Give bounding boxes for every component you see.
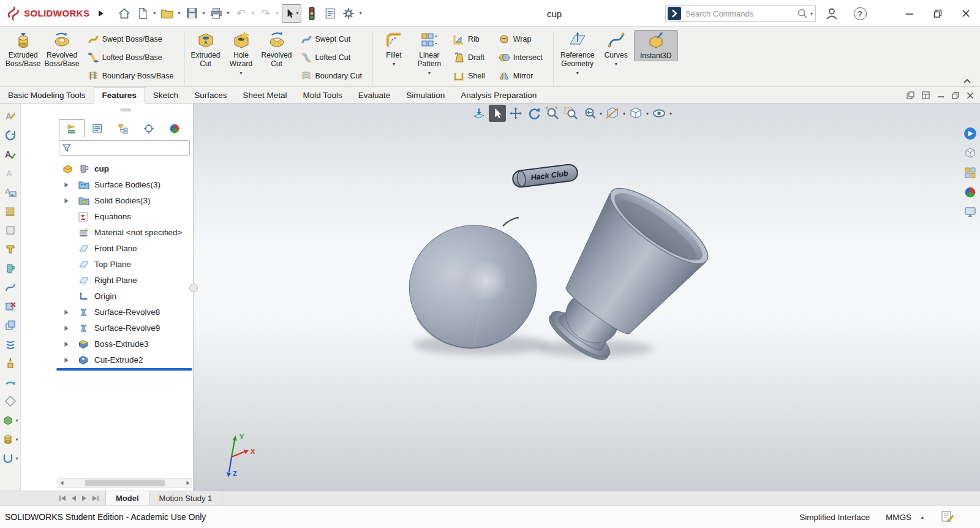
layers-icon[interactable] [3, 205, 18, 218]
intersect-button[interactable]: Intersect [496, 48, 545, 67]
redo-button[interactable]: ↷ [257, 5, 273, 22]
curve-tool-caret-icon[interactable]: ▾ [15, 456, 18, 461]
spline-tool-icon[interactable] [3, 281, 18, 294]
zoom-to-fit-button[interactable] [544, 105, 561, 122]
tree-item-right-plane[interactable]: Right Plane [21, 273, 194, 289]
reference-geometry-button[interactable]: Reference Geometry ▾ [557, 30, 598, 77]
display-style-button[interactable] [627, 105, 644, 122]
tab-simulation[interactable]: Simulation [398, 87, 453, 104]
text-tool-icon[interactable]: A [3, 167, 18, 180]
cylinder-tool-icon[interactable] [1, 432, 15, 446]
tab-sheet-metal[interactable]: Sheet Metal [235, 87, 295, 104]
undo-caret-icon[interactable]: ▾ [251, 10, 254, 16]
graphics-viewport[interactable]: Hack Club Y X Z [194, 104, 980, 491]
select-tool-caret-icon[interactable]: ▾ [296, 10, 298, 16]
play-presentation-icon[interactable] [963, 127, 977, 140]
move-body-icon[interactable] [3, 319, 18, 332]
last-frame-icon[interactable] [91, 495, 99, 502]
instant3d-button[interactable]: Instant3D [634, 30, 678, 61]
forming-tool-icon[interactable] [3, 243, 18, 256]
open-button[interactable] [159, 5, 175, 22]
rotate-view-button[interactable] [526, 105, 543, 122]
minimize-doc-icon[interactable] [937, 92, 944, 99]
dimxpert-manager-tab[interactable] [136, 119, 162, 138]
previous-view-caret-icon[interactable]: ▾ [600, 111, 602, 116]
open-caret-icon[interactable]: ▾ [178, 10, 180, 16]
hide-show-caret-icon[interactable]: ▾ [669, 111, 672, 116]
account-button[interactable] [823, 5, 840, 22]
hack-club-pill[interactable]: Hack Club [512, 164, 579, 188]
print-button[interactable] [208, 5, 224, 22]
select-tool-button[interactable]: ▾ [282, 4, 301, 23]
curves-caret-icon[interactable]: ▾ [615, 61, 617, 67]
display-style-caret-icon[interactable]: ▾ [646, 111, 649, 116]
view-layout-icon[interactable] [963, 166, 977, 179]
curves-button[interactable]: Curves ▾ [598, 30, 634, 67]
section-view-button[interactable] [604, 105, 621, 122]
tree-item-top-plane[interactable]: Top Plane [21, 257, 194, 273]
revolve-tool-icon[interactable] [3, 129, 18, 142]
expand-arrow-icon[interactable] [64, 341, 69, 347]
previous-view-button[interactable] [581, 105, 598, 122]
expand-arrow-icon[interactable] [64, 309, 69, 315]
mirror-button[interactable]: Mirror [496, 67, 545, 85]
scroll-right-icon[interactable] [186, 480, 190, 486]
fillet-caret-icon[interactable]: ▾ [393, 61, 395, 67]
curve-tool-icon[interactable] [1, 451, 15, 465]
plane-tool-icon[interactable] [3, 394, 18, 408]
tree-root-part[interactable]: cup [21, 161, 194, 177]
tree-item-equations[interactable]: Σ Equations [21, 209, 194, 225]
new-document-button[interactable] [135, 5, 151, 22]
swept-cut-button[interactable]: Swept Cut [298, 30, 364, 48]
save-button[interactable] [184, 5, 200, 22]
print-caret-icon[interactable]: ▾ [227, 10, 229, 16]
rib-button[interactable]: Rib [451, 30, 488, 48]
view-cube-icon[interactable] [963, 146, 977, 160]
scroll-left-icon[interactable] [59, 480, 64, 486]
spellcheck-icon[interactable]: A [3, 148, 18, 161]
draft-button[interactable]: Draft [451, 48, 488, 67]
status-edit-sheet-icon[interactable] [941, 510, 954, 523]
simplified-interface-label[interactable]: Simplified Interface [799, 506, 870, 528]
boundary-cut-button[interactable]: Boundary Cut [298, 67, 364, 85]
tree-item-cut-extrude2[interactable]: Cut-Extrude2 [21, 352, 194, 368]
extruded-cut-button[interactable]: Extruded Cut [188, 30, 224, 69]
zoom-to-area-button[interactable] [562, 105, 579, 122]
tree-item-boss-extrude3[interactable]: Boss-Extrude3 [21, 336, 194, 352]
tab-basic-modeling-tools[interactable]: Basic Modeling Tools [0, 87, 94, 104]
tree-item-origin[interactable]: Origin [21, 289, 194, 304]
cylinder-tool-caret-icon[interactable]: ▾ [15, 437, 18, 442]
redo-caret-icon[interactable]: ▾ [276, 10, 278, 16]
expand-arrow-icon[interactable] [64, 357, 69, 363]
collapse-ribbon-icon[interactable] [963, 78, 971, 84]
first-frame-icon[interactable] [59, 495, 67, 502]
model-tab[interactable]: Model [105, 491, 149, 505]
lofted-cut-button[interactable]: Lofted Cut [298, 48, 364, 67]
menu-flyout-arrow-icon[interactable] [98, 10, 104, 17]
performance-traffic-light-icon[interactable] [304, 5, 320, 22]
surface-arrow-icon[interactable] [3, 375, 18, 389]
tree-item-surface-revolve8[interactable]: Surface-Revolve8 [21, 304, 194, 320]
extruded-boss-button[interactable]: Extruded Boss/Base [4, 30, 42, 69]
file-properties-button[interactable] [322, 5, 338, 22]
tab-mold-tools[interactable]: Mold Tools [295, 87, 350, 104]
options-caret-icon[interactable]: ▾ [359, 10, 361, 16]
search-caret-icon[interactable]: ▾ [810, 11, 813, 17]
options-gear-button[interactable] [341, 5, 356, 22]
search-magnifier-icon[interactable] [797, 8, 808, 19]
new-document-caret-icon[interactable]: ▾ [153, 10, 156, 16]
tree-item-surface-revolve9[interactable]: Surface-Revolve9 [21, 320, 194, 336]
restore-button[interactable] [924, 0, 952, 27]
expand-arrow-icon[interactable] [64, 325, 69, 331]
format-text-icon[interactable]: A [3, 110, 18, 123]
rollback-bar[interactable] [56, 368, 192, 371]
wrap-button[interactable]: Wrap [496, 30, 545, 48]
tab-features[interactable]: Features [94, 87, 145, 104]
cavity-icon[interactable] [3, 262, 18, 275]
search-input[interactable] [684, 9, 794, 19]
normal-to-button[interactable] [470, 105, 488, 122]
face-select-icon[interactable] [3, 224, 18, 237]
panel-grip-handle[interactable] [120, 108, 131, 111]
tab-evaluate[interactable]: Evaluate [350, 87, 399, 104]
feature-manager-tab[interactable] [59, 119, 85, 138]
